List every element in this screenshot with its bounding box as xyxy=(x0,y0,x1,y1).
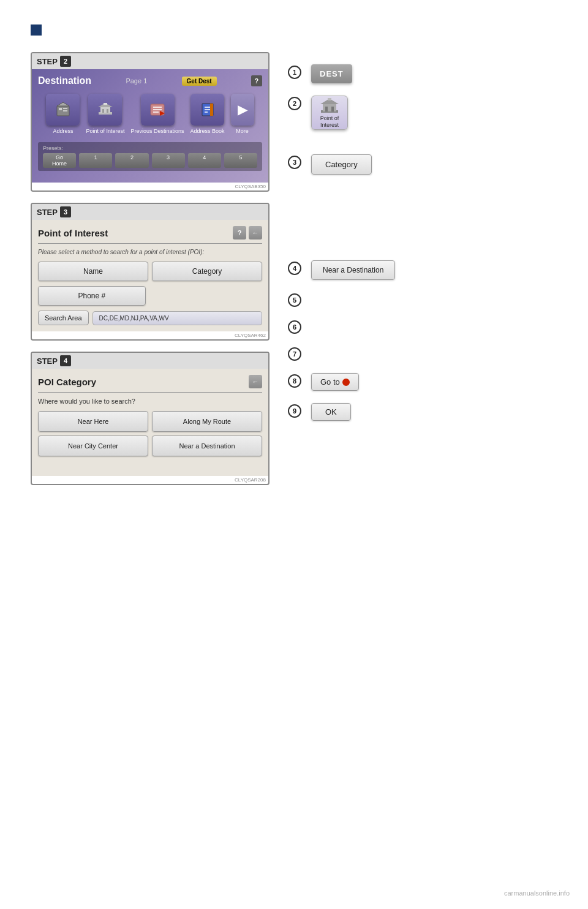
step-circle-9: 9 xyxy=(288,404,301,418)
step2-label: STEP xyxy=(37,57,58,66)
svg-rect-23 xyxy=(325,107,328,111)
poi-icon-btn[interactable] xyxy=(88,94,122,126)
svg-rect-1 xyxy=(59,108,62,110)
poicat-near-here-button[interactable]: Near Here xyxy=(38,411,148,432)
poi-category-button[interactable]: Category xyxy=(152,262,262,281)
preset-4[interactable]: 4 xyxy=(188,153,221,168)
dest-icons-row: Address xyxy=(38,94,262,135)
more-icon-btn[interactable]: ▶ xyxy=(231,94,254,126)
section-bullet xyxy=(31,25,42,36)
goto-dot-icon xyxy=(342,379,350,386)
poi-search-area-value: DC,DE,MD,NJ,PA,VA,WV xyxy=(92,311,262,325)
right-step-7: 7 xyxy=(288,346,557,361)
get-dest-button[interactable]: Get Dest xyxy=(182,77,217,86)
step-circle-4: 4 xyxy=(288,262,301,275)
left-column: STEP 2 Destination Page 1 Get Dest ? xyxy=(31,52,270,496)
poicat-near-city-button[interactable]: Near City Center xyxy=(38,436,148,456)
near-destination-button[interactable]: Near a Destination xyxy=(311,260,395,280)
preset-2[interactable]: 2 xyxy=(115,153,148,168)
poicat-buttons-grid: Near Here Along My Route Near City Cente… xyxy=(38,411,262,456)
right-step-1: 1 DEST xyxy=(288,64,557,83)
poi-search-area-label[interactable]: Search Area xyxy=(38,311,89,325)
poi-icon xyxy=(97,101,114,118)
step-circle-8: 8 xyxy=(288,374,301,388)
step-content-2: Point ofInterest xyxy=(311,96,557,130)
prev-dest-icon xyxy=(149,101,166,118)
svg-rect-7 xyxy=(102,109,104,113)
svg-rect-22 xyxy=(323,104,336,111)
poicat-near-dest-button[interactable]: Near a Destination xyxy=(152,436,262,456)
poi-search-area-row: Search Area DC,DE,MD,NJ,PA,VA,WV xyxy=(38,311,262,325)
step4-label: STEP xyxy=(37,356,58,366)
preset-3[interactable]: 3 xyxy=(152,153,185,168)
poicat-back-button[interactable]: ← xyxy=(249,375,262,388)
step3-code: CLYQSAR462 xyxy=(32,331,268,339)
preset-5[interactable]: 5 xyxy=(224,153,257,168)
poi-title: Point of Interest xyxy=(38,228,108,238)
step-content-3: Category xyxy=(311,154,557,175)
preset-1[interactable]: 1 xyxy=(79,153,112,168)
step-content-4: Near a Destination xyxy=(311,260,557,280)
poicat-along-route-button[interactable]: Along My Route xyxy=(152,411,262,432)
poi-large-icon-img[interactable]: Point ofInterest xyxy=(311,96,348,130)
poi-back-button[interactable]: ← xyxy=(249,226,262,240)
ok-button[interactable]: OK xyxy=(311,403,351,421)
step-circle-6: 6 xyxy=(288,320,301,334)
step-circle-7: 7 xyxy=(288,347,301,361)
poicat-title-bar: POI Category ← xyxy=(38,375,262,393)
poi-title-buttons: ? ← xyxy=(233,226,262,240)
poi-help-button[interactable]: ? xyxy=(233,226,246,240)
poicat-question: Where would you like to search? xyxy=(38,398,262,405)
poi-name-button[interactable]: Name xyxy=(38,262,148,281)
dest-help-button[interactable]: ? xyxy=(251,75,262,86)
dest-presets: Presets: Go Home 1 2 3 4 5 xyxy=(38,142,262,171)
more-icon-label: More xyxy=(236,128,249,135)
step-circle-3: 3 xyxy=(288,156,301,169)
step2-header: STEP 2 xyxy=(32,53,268,69)
book-icon-btn[interactable] xyxy=(190,94,224,126)
dest-icon-address[interactable]: Address xyxy=(46,94,80,135)
preset-go-home[interactable]: Go Home xyxy=(43,153,76,168)
dest-icon-more[interactable]: ▶ More xyxy=(231,94,254,135)
svg-marker-4 xyxy=(57,102,69,106)
address-icon xyxy=(55,101,72,118)
svg-rect-8 xyxy=(107,109,108,113)
dest-icon-poi[interactable]: Point of Interest xyxy=(86,94,124,135)
svg-rect-24 xyxy=(331,107,334,111)
step3-header: STEP 3 xyxy=(32,204,268,220)
dest-hardware-button[interactable]: DEST xyxy=(311,64,352,83)
go-to-button[interactable]: Go to xyxy=(311,373,359,391)
right-step-9: 9 OK xyxy=(288,403,557,421)
step2-code: CLYQSAB350 xyxy=(32,183,268,190)
address-icon-btn[interactable] xyxy=(46,94,80,126)
poi-large-icon-label: Point ofInterest xyxy=(320,115,339,129)
step-content-1: DEST xyxy=(311,64,557,83)
step2-num: 2 xyxy=(60,56,71,67)
poi-buttons-grid: Name Category xyxy=(38,262,262,281)
prev-dest-icon-label: Previous Destinations xyxy=(130,128,184,135)
svg-rect-2 xyxy=(63,108,67,109)
presets-label: Presets: xyxy=(43,145,257,151)
svg-rect-26 xyxy=(328,98,331,100)
svg-rect-6 xyxy=(100,107,110,113)
right-step-8: 8 Go to xyxy=(288,373,557,391)
prev-icon-btn[interactable] xyxy=(141,94,175,126)
step-circle-5: 5 xyxy=(288,293,301,307)
dest-icon-book[interactable]: Address Book xyxy=(190,94,225,135)
dest-page-info: Page 1 xyxy=(126,77,147,85)
poi-icon-large[interactable]: Point ofInterest xyxy=(311,96,348,130)
dest-icon-prev[interactable]: Previous Destinations xyxy=(130,94,184,135)
right-step-3: 3 Category xyxy=(288,154,557,175)
poicat-screen: POI Category ← Where would you like to s… xyxy=(32,369,268,476)
dest-title-bar: Destination Page 1 Get Dest ? xyxy=(38,75,262,86)
watermark: carmanualsonline.info xyxy=(504,889,570,897)
address-icon-label: Address xyxy=(53,128,73,135)
step3-label: STEP xyxy=(37,208,58,217)
right-step-2: 2 xyxy=(288,96,557,130)
poi-phone-button[interactable]: Phone # xyxy=(38,286,146,306)
svg-rect-10 xyxy=(104,103,107,105)
category-button[interactable]: Category xyxy=(311,154,372,175)
step-circle-1: 1 xyxy=(288,66,301,79)
right-step-5: 5 xyxy=(288,292,557,307)
svg-rect-3 xyxy=(63,110,67,111)
